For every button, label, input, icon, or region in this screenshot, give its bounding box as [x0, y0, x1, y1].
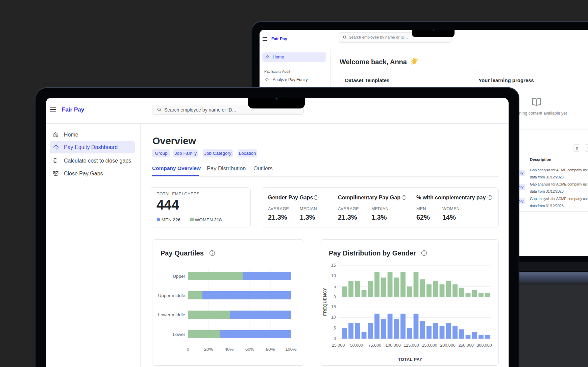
svg-text:125,000: 125,000 — [403, 343, 419, 348]
svg-text:200,000: 200,000 — [440, 343, 455, 348]
svg-text:Pay Distribution by Gender: Pay Distribution by Gender — [329, 249, 416, 257]
svg-text:75,000: 75,000 — [368, 343, 381, 348]
svg-text:5: 5 — [334, 326, 336, 331]
svg-text:25,000: 25,000 — [332, 343, 345, 348]
svg-text:Lower: Lower — [173, 332, 185, 337]
svg-text:0: 0 — [334, 295, 336, 299]
svg-text:20%: 20% — [204, 347, 213, 352]
svg-text:10: 10 — [331, 315, 336, 320]
svg-text:40%: 40% — [225, 347, 234, 352]
svg-text:100%: 100% — [285, 347, 297, 352]
svg-text:250,000: 250,000 — [458, 343, 473, 348]
svg-text:0: 0 — [187, 347, 189, 352]
svg-text:Lower middle: Lower middle — [158, 312, 185, 317]
svg-text:TOTAL PAY: TOTAL PAY — [398, 357, 422, 362]
svg-text:Pay Quartiles: Pay Quartiles — [161, 249, 204, 257]
svg-text:10: 10 — [331, 273, 336, 278]
svg-text:300,000: 300,000 — [476, 343, 492, 348]
svg-text:100,000: 100,000 — [385, 343, 400, 348]
svg-text:80%: 80% — [266, 347, 275, 352]
svg-text:Upper middle: Upper middle — [158, 293, 185, 298]
svg-text:5: 5 — [334, 284, 336, 289]
svg-text:15: 15 — [331, 304, 336, 309]
svg-text:60%: 60% — [245, 347, 254, 352]
svg-text:Upper: Upper — [173, 274, 185, 279]
svg-text:0: 0 — [334, 336, 336, 341]
svg-text:FREQUENCY: FREQUENCY — [323, 288, 327, 316]
svg-text:50,000: 50,000 — [350, 343, 363, 348]
svg-text:15: 15 — [331, 263, 336, 268]
svg-text:150,000: 150,000 — [422, 343, 437, 348]
